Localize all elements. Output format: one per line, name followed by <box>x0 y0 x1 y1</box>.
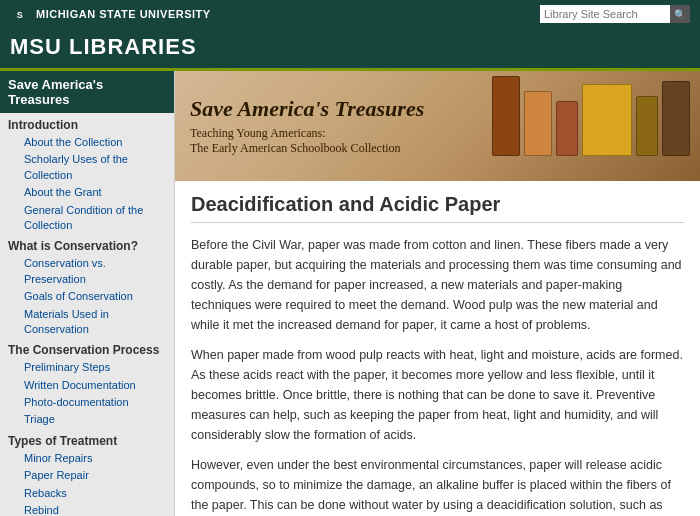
sidebar-item-rebacks[interactable]: Rebacks <box>0 485 174 502</box>
main-content: Save America's Treasures Teaching Young … <box>175 71 700 516</box>
banner-image: Save America's Treasures Teaching Young … <box>175 71 700 181</box>
sidebar-item-scholarly-uses[interactable]: Scholarly Uses of theCollection <box>0 151 174 184</box>
msu-logo-icon: S <box>10 4 30 24</box>
sidebar-title: Save America's Treasures <box>0 71 174 113</box>
banner-title: Save America's Treasures <box>190 96 424 122</box>
search-input[interactable] <box>540 5 670 23</box>
article: Deacidification and Acidic Paper Before … <box>175 181 700 516</box>
site-search[interactable]: 🔍 <box>540 5 690 23</box>
search-button[interactable]: 🔍 <box>670 5 690 23</box>
site-header: MSU LIBRARIES <box>0 28 700 71</box>
sidebar-item-conservation-vs[interactable]: Conservation vs. Preservation <box>0 255 174 288</box>
sidebar-item-preliminary[interactable]: Preliminary Steps <box>0 359 174 376</box>
svg-text:S: S <box>17 10 24 20</box>
sidebar-item-photo-doc[interactable]: Photo-documentation <box>0 394 174 411</box>
sidebar-section-process: The Conservation Process <box>0 338 174 359</box>
site-title: MSU LIBRARIES <box>10 34 197 59</box>
sidebar-section-conservation: What is Conservation? <box>0 234 174 255</box>
sidebar-item-minor-repairs[interactable]: Minor Repairs <box>0 450 174 467</box>
sidebar-item-triage[interactable]: Triage <box>0 411 174 428</box>
sidebar-item-about-grant[interactable]: About the Grant <box>0 184 174 201</box>
banner-subtitle: Teaching Young Americans: The Early Amer… <box>190 126 424 156</box>
sidebar-item-materials[interactable]: Materials Used in Conservation <box>0 306 174 339</box>
sidebar-item-rebind[interactable]: Rebind <box>0 502 174 516</box>
sidebar-item-paper-repair[interactable]: Paper Repair <box>0 467 174 484</box>
sidebar-section-introduction: Introduction <box>0 113 174 134</box>
sidebar: Save America's Treasures Introduction Ab… <box>0 71 175 516</box>
article-paragraph-1: Before the Civil War, paper was made fro… <box>191 235 684 335</box>
sidebar-item-written-doc[interactable]: Written Documentation <box>0 377 174 394</box>
sidebar-section-treatment: Types of Treatment <box>0 429 174 450</box>
top-bar: S MICHIGAN STATE UNIVERSITY 🔍 <box>0 0 700 28</box>
banner-text-overlay: Save America's Treasures Teaching Young … <box>175 71 700 181</box>
page-layout: Save America's Treasures Introduction Ab… <box>0 71 700 516</box>
article-paragraph-2: When paper made from wood pulp reacts wi… <box>191 345 684 445</box>
university-branding: S MICHIGAN STATE UNIVERSITY <box>10 4 211 24</box>
sidebar-item-about-collection[interactable]: About the Collection <box>0 134 174 151</box>
university-name: MICHIGAN STATE UNIVERSITY <box>36 8 211 20</box>
sidebar-item-goals[interactable]: Goals of Conservation <box>0 288 174 305</box>
article-paragraph-3: However, even under the best environment… <box>191 455 684 516</box>
banner-text-block: Save America's Treasures Teaching Young … <box>190 96 424 156</box>
sidebar-item-general-condition[interactable]: General Condition of theCollection <box>0 202 174 235</box>
article-title: Deacidification and Acidic Paper <box>191 193 684 223</box>
